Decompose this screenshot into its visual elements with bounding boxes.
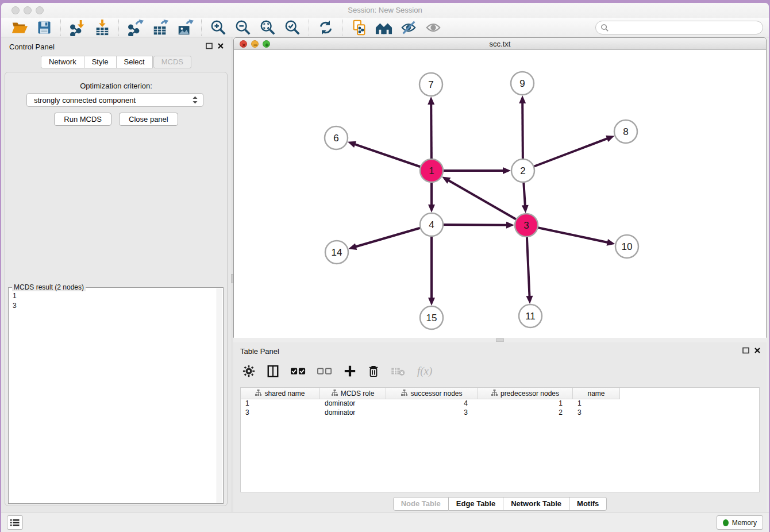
table-row[interactable]: 1dominator411 [241, 399, 759, 408]
tab-edge-table[interactable]: Edge Table [449, 497, 503, 511]
first-neighbors-icon[interactable] [371, 19, 396, 36]
edge-3-1[interactable] [448, 180, 526, 225]
network-canvas[interactable]: 1234678910111415 [234, 51, 766, 338]
node-label-10: 10 [622, 241, 633, 252]
application-window: Session: New Session [1, 3, 769, 532]
divider-grip[interactable] [496, 338, 504, 342]
arrowhead-icon [348, 243, 357, 250]
node-label-7: 7 [428, 79, 433, 90]
control-panel: Control Panel NetworkStyleSelectMCDS Opt… [1, 37, 231, 512]
column-header-predecessor-nodes[interactable]: predecessor nodes [478, 388, 573, 399]
mcds-result-title: MCDS result (2 nodes) [12, 283, 86, 291]
cell-MCDS-role[interactable]: dominator [320, 408, 386, 418]
node-label-4: 4 [429, 219, 434, 230]
column-type-icon [255, 390, 261, 398]
search-field-wrap [595, 21, 763, 34]
import-table-icon[interactable] [90, 19, 114, 36]
import-network-icon[interactable] [65, 19, 90, 36]
cell-successor-nodes[interactable]: 3 [386, 408, 478, 418]
network-window-titlebar[interactable]: scc.txt [234, 38, 766, 50]
close-panel-icon[interactable] [754, 347, 761, 354]
column-label: shared name [264, 390, 305, 398]
export-image-icon[interactable] [172, 19, 197, 36]
criterion-dropdown[interactable]: strongly connected component [26, 93, 203, 107]
network-view-title: scc.txt [234, 40, 766, 48]
delete-columns-icon[interactable] [368, 365, 379, 377]
cell-name[interactable]: 3 [573, 408, 620, 418]
optimization-criterion-label: Optimization criterion: [5, 82, 227, 90]
column-label: MCDS role [341, 390, 375, 398]
node-label-8: 8 [623, 126, 628, 137]
zoom-fit-icon[interactable] [255, 19, 280, 36]
network-graph[interactable]: 1234678910111415 [234, 51, 766, 338]
open-file-icon[interactable] [7, 19, 32, 36]
tab-node-table[interactable]: Node Table [393, 497, 449, 511]
zoom-selected-icon[interactable] [280, 19, 305, 36]
run-mcds-button[interactable]: Run MCDS [54, 113, 111, 126]
column-header-successor-nodes[interactable]: successor nodes [386, 388, 478, 399]
duplicate-network-icon[interactable] [346, 19, 371, 36]
table-options-icon[interactable] [242, 365, 255, 377]
edge-1-6[interactable] [354, 144, 432, 171]
cell-MCDS-role[interactable]: dominator [320, 399, 386, 408]
export-network-icon[interactable] [123, 19, 148, 36]
float-panel-icon[interactable] [742, 347, 749, 354]
memory-button[interactable]: Memory [717, 515, 763, 530]
apply-layout-icon[interactable] [313, 19, 338, 36]
cell-shared-name[interactable]: 3 [241, 408, 320, 418]
column-header-MCDS-role[interactable]: MCDS role [320, 388, 386, 399]
tab-select[interactable]: Select [117, 56, 153, 68]
search-icon [600, 24, 609, 32]
add-column-icon[interactable] [344, 365, 356, 377]
node-label-15: 15 [426, 313, 437, 323]
task-history-button[interactable] [7, 515, 23, 530]
show-columns-icon[interactable] [267, 365, 279, 377]
tab-network[interactable]: Network [41, 56, 84, 68]
arrowhead-icon [506, 222, 514, 229]
tab-network-table[interactable]: Network Table [503, 497, 569, 511]
table-body: 1dominator4113dominator323 [241, 399, 759, 418]
function-builder-icon: f(x) [417, 365, 432, 377]
tab-motifs[interactable]: Motifs [569, 497, 607, 511]
show-all-icon[interactable] [421, 19, 445, 36]
edge-3-10[interactable] [526, 225, 609, 242]
window-title: Session: New Session [1, 6, 769, 14]
deselect-all-rows-icon[interactable] [317, 367, 332, 376]
cell-predecessor-nodes[interactable]: 2 [478, 408, 573, 418]
arrowhead-icon [428, 298, 435, 306]
column-header-name[interactable]: name [573, 388, 620, 399]
arrowhead-icon [606, 136, 614, 142]
select-all-rows-icon[interactable] [291, 367, 306, 376]
arrowhead-icon [519, 95, 526, 103]
node-label-3: 3 [523, 220, 529, 231]
export-table-icon[interactable] [148, 19, 172, 36]
close-panel-button[interactable]: Close panel [119, 113, 178, 126]
toolbar-separator [118, 20, 119, 36]
column-type-icon [332, 390, 338, 398]
zoom-out-icon[interactable] [230, 19, 255, 36]
cell-predecessor-nodes[interactable]: 1 [478, 399, 573, 408]
search-input[interactable] [595, 21, 763, 34]
tab-mcds[interactable]: MCDS [153, 56, 191, 68]
edge-2-8[interactable] [523, 138, 608, 171]
result-scrollbar[interactable] [217, 288, 222, 503]
cell-shared-name[interactable]: 1 [241, 399, 320, 408]
table-panel-tabs: Node TableEdge TableNetwork TableMotifs [233, 497, 767, 511]
cell-name[interactable]: 1 [573, 399, 620, 408]
save-session-icon[interactable] [32, 19, 56, 36]
hide-selected-icon[interactable] [396, 19, 421, 36]
column-type-icon [491, 390, 498, 398]
column-header-shared-name[interactable]: shared name [241, 388, 320, 399]
node-label-1: 1 [429, 165, 434, 176]
node-label-6: 6 [333, 133, 338, 144]
table-row[interactable]: 3dominator323 [241, 408, 759, 418]
float-panel-icon[interactable] [206, 43, 213, 49]
network-view-window: scc.txt 1234678910111415 [233, 37, 767, 338]
tab-style[interactable]: Style [84, 56, 117, 68]
close-panel-icon[interactable] [217, 43, 224, 49]
arrowhead-icon [428, 97, 434, 105]
cell-successor-nodes[interactable]: 4 [386, 399, 478, 408]
horizontal-split-divider[interactable] [233, 338, 767, 342]
status-bar: Memory [1, 512, 769, 532]
zoom-in-icon[interactable] [206, 19, 230, 36]
